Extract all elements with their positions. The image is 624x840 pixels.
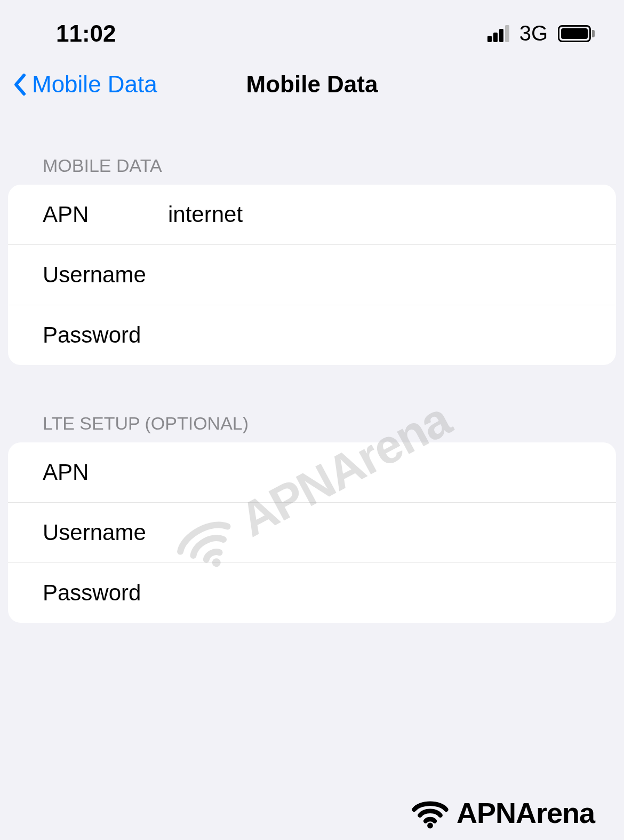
signal-strength-icon — [487, 25, 509, 42]
row-label: APN — [43, 459, 168, 485]
lte-apn-input[interactable] — [168, 459, 616, 485]
row-label: Password — [43, 580, 168, 606]
row-label: Username — [43, 520, 168, 545]
row-label: APN — [43, 202, 168, 227]
watermark-bottom: APNArena — [410, 796, 595, 829]
page-title: Mobile Data — [246, 71, 378, 98]
lte-username-input[interactable] — [168, 520, 616, 545]
battery-icon — [558, 25, 595, 42]
back-button[interactable]: Mobile Data — [13, 71, 157, 98]
section-header: LTE SETUP (OPTIONAL) — [0, 413, 624, 442]
lte-apn-row[interactable]: APN — [8, 442, 616, 503]
username-input[interactable] — [168, 262, 616, 288]
watermark-text: APNArena — [457, 796, 595, 829]
status-indicators: 3G — [487, 21, 595, 45]
lte-password-row[interactable]: Password — [8, 563, 616, 623]
navigation-bar: Mobile Data Mobile Data — [0, 56, 624, 113]
mobile-data-section: APN Username Password — [8, 185, 616, 365]
password-input[interactable] — [168, 322, 616, 348]
lte-setup-section: APN Username Password — [8, 442, 616, 623]
status-time: 11:02 — [56, 20, 116, 47]
back-label: Mobile Data — [32, 71, 157, 98]
row-label: Username — [43, 262, 168, 288]
username-row[interactable]: Username — [8, 245, 616, 305]
section-header: MOBILE DATA — [0, 155, 624, 185]
lte-password-input[interactable] — [168, 580, 616, 606]
lte-username-row[interactable]: Username — [8, 503, 616, 563]
row-label: Password — [43, 322, 168, 348]
svg-point-1 — [427, 823, 433, 829]
wifi-icon — [410, 797, 450, 829]
apn-row[interactable]: APN — [8, 185, 616, 245]
password-row[interactable]: Password — [8, 305, 616, 365]
chevron-left-icon — [13, 73, 27, 97]
network-type: 3G — [519, 21, 548, 45]
status-bar: 11:02 3G — [0, 0, 624, 56]
apn-input[interactable] — [168, 202, 616, 227]
